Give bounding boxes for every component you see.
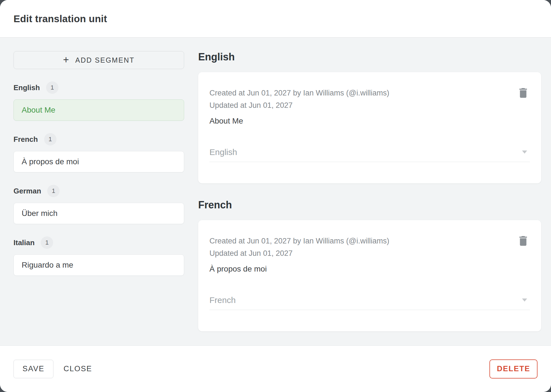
segment-text: About Me bbox=[209, 117, 530, 126]
lang-label: Italian bbox=[13, 238, 35, 247]
delete-segment-button[interactable] bbox=[516, 86, 530, 100]
add-segment-button[interactable]: + ADD SEGMENT bbox=[13, 51, 184, 69]
updated-at-text: Updated at Jun 01, 2027 bbox=[209, 247, 493, 259]
sidebar-group-french: French 1 À propos de moi bbox=[13, 133, 184, 172]
lang-label-row: Italian 1 bbox=[13, 236, 184, 249]
language-select-french[interactable]: French bbox=[209, 290, 530, 310]
card-meta: Created at Jun 01, 2027 by Ian Williams … bbox=[209, 235, 530, 259]
add-segment-label: ADD SEGMENT bbox=[75, 56, 135, 64]
card-bottom-space bbox=[209, 162, 530, 183]
sidebar-group-italian: Italian 1 Riguardo a me bbox=[13, 236, 184, 276]
segment-item-french[interactable]: À propos de moi bbox=[13, 151, 184, 172]
dialog-header: Edit translation unit bbox=[0, 0, 551, 38]
lang-label-row: German 1 bbox=[13, 185, 184, 197]
card-meta: Created at Jun 01, 2027 by Ian Williams … bbox=[209, 87, 530, 111]
lang-label-row: English 1 bbox=[13, 81, 184, 94]
sidebar-group-english: English 1 About Me bbox=[13, 81, 184, 121]
lang-label: German bbox=[13, 187, 41, 195]
segment-item-italian[interactable]: Riguardo a me bbox=[13, 254, 184, 276]
segment-count-badge: 1 bbox=[47, 185, 60, 197]
delete-segment-button[interactable] bbox=[516, 234, 530, 248]
trash-icon bbox=[517, 86, 530, 99]
segment-count-badge: 1 bbox=[44, 133, 57, 145]
created-at-text: Created at Jun 01, 2027 by Ian Williams … bbox=[209, 87, 493, 99]
translation-card-english: Created at Jun 01, 2027 by Ian Williams … bbox=[198, 72, 541, 183]
save-button[interactable]: SAVE bbox=[13, 360, 53, 378]
dialog-footer: SAVE CLOSE DELETE bbox=[0, 345, 551, 392]
lang-label: French bbox=[13, 135, 38, 144]
segment-item-german[interactable]: Über mich bbox=[13, 203, 184, 224]
language-select-value: English bbox=[209, 147, 237, 157]
segments-sidebar: + ADD SEGMENT English 1 About Me French … bbox=[13, 51, 184, 345]
lang-label-row: French 1 bbox=[13, 133, 184, 145]
section-heading-english: English bbox=[198, 51, 541, 63]
lang-label: English bbox=[13, 83, 40, 92]
updated-at-text: Updated at Jun 01, 2027 bbox=[209, 99, 493, 111]
segment-count-badge: 1 bbox=[41, 236, 53, 249]
segment-count-badge: 1 bbox=[46, 81, 58, 94]
segment-item-english[interactable]: About Me bbox=[13, 99, 184, 121]
sidebar-group-german: German 1 Über mich bbox=[13, 185, 184, 224]
close-button[interactable]: CLOSE bbox=[64, 364, 92, 373]
dialog-title: Edit translation unit bbox=[13, 13, 107, 24]
caret-down-icon bbox=[522, 151, 527, 154]
language-select-value: French bbox=[209, 295, 236, 305]
dialog-body: + ADD SEGMENT English 1 About Me French … bbox=[0, 38, 551, 345]
card-bottom-space bbox=[209, 310, 530, 331]
language-select-english[interactable]: English bbox=[209, 142, 530, 162]
segment-text: À propos de moi bbox=[209, 265, 530, 274]
plus-icon: + bbox=[63, 55, 70, 65]
section-heading-french: French bbox=[198, 199, 541, 211]
created-at-text: Created at Jun 01, 2027 by Ian Williams … bbox=[209, 235, 493, 247]
trash-icon bbox=[517, 234, 530, 247]
edit-translation-unit-dialog: Edit translation unit + ADD SEGMENT Engl… bbox=[0, 0, 551, 392]
caret-down-icon bbox=[522, 298, 527, 302]
translation-main-panel: English Created at Jun 01, 2027 by Ian W… bbox=[198, 51, 541, 345]
translation-card-french: Created at Jun 01, 2027 by Ian Williams … bbox=[198, 220, 541, 331]
delete-button[interactable]: DELETE bbox=[489, 359, 538, 379]
